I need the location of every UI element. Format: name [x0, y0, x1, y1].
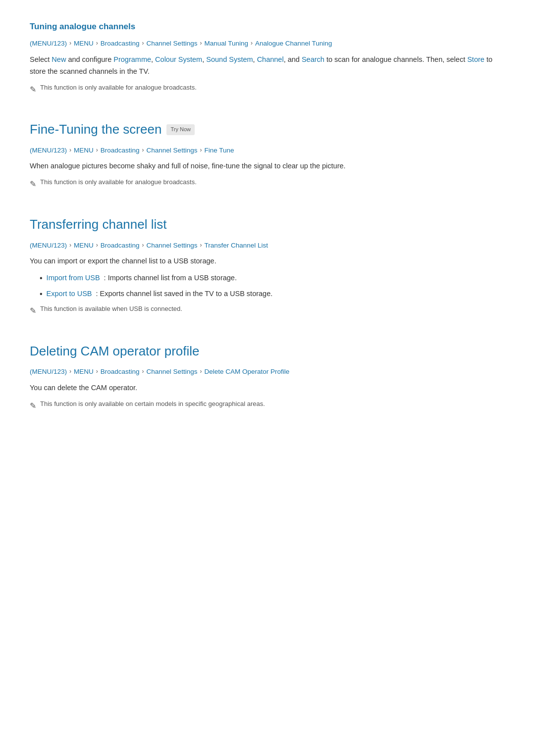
bc-broadcasting-fine[interactable]: Broadcasting [101, 145, 140, 156]
note-text-tuning: This function is only available for anal… [40, 83, 197, 93]
try-now-badge[interactable]: Try Now [166, 124, 195, 135]
bc-sep-3: › [142, 39, 144, 48]
highlight-programme: Programme [113, 55, 151, 63]
bc-menu-cam[interactable]: MENU [74, 366, 94, 377]
bc-sep-4: › [200, 39, 202, 48]
highlight-export-usb: Export to USB [47, 288, 92, 300]
pencil-icon-cam: ✎ [30, 400, 36, 412]
bc-channel-settings-cam[interactable]: Channel Settings [147, 366, 198, 377]
bc-broadcasting-cam[interactable]: Broadcasting [101, 366, 140, 377]
bc-menu123-trans[interactable]: (MENU/123) [30, 240, 67, 251]
bc-channel-settings-tuning[interactable]: Channel Settings [147, 38, 198, 49]
bc-sep-t4: › [200, 241, 202, 250]
section-fine-tuning: Fine-Tuning the screen Try Now (MENU/123… [30, 119, 505, 191]
bc-analogue-channel-tuning[interactable]: Analogue Channel Tuning [255, 38, 332, 49]
title-text-transferring: Transferring channel list [30, 214, 167, 235]
bc-sep-t3: › [142, 241, 144, 250]
highlight-colour-system: Colour System [155, 55, 202, 63]
bc-sep-f1: › [69, 146, 71, 155]
breadcrumb-tuning: (MENU/123) › MENU › Broadcasting › Chann… [30, 38, 505, 49]
export-text: : Exports channel list saved in the TV t… [96, 288, 272, 300]
bc-transfer-channel-list[interactable]: Transfer Channel List [204, 240, 268, 251]
bc-menu123-tuning[interactable]: (MENU/123) [30, 38, 67, 49]
breadcrumb-cam: (MENU/123) › MENU › Broadcasting › Chann… [30, 366, 505, 377]
section-title-tuning: Tuning analogue channels [30, 20, 505, 33]
section-deleting-cam: Deleting CAM operator profile (MENU/123)… [30, 341, 505, 412]
bc-menu-trans[interactable]: MENU [74, 240, 94, 251]
bc-fine-tune[interactable]: Fine Tune [204, 145, 234, 156]
body-fine-tuning: When analogue pictures become shaky and … [30, 160, 505, 172]
bc-sep-f4: › [200, 146, 202, 155]
section-title-transferring: Transferring channel list [30, 214, 505, 235]
bc-sep-c3: › [142, 367, 144, 376]
bc-sep-f3: › [142, 146, 144, 155]
highlight-store: Store [467, 55, 484, 63]
bc-menu123-fine[interactable]: (MENU/123) [30, 145, 67, 156]
body-tuning: Select New and configure Programme, Colo… [30, 54, 505, 78]
bc-channel-settings-trans[interactable]: Channel Settings [147, 240, 198, 251]
pencil-icon-tuning: ✎ [30, 83, 36, 96]
pencil-icon-fine: ✎ [30, 178, 36, 191]
bc-sep-5: › [251, 39, 253, 48]
title-text-cam: Deleting CAM operator profile [30, 341, 200, 362]
bc-broadcasting-trans[interactable]: Broadcasting [101, 240, 140, 251]
bc-menu-tuning[interactable]: MENU [74, 38, 94, 49]
list-item-export: Export to USB: Exports channel list save… [40, 288, 505, 300]
highlight-search: Search [302, 55, 324, 63]
bc-sep-c4: › [200, 367, 202, 376]
section-title-cam: Deleting CAM operator profile [30, 341, 505, 362]
note-tuning: ✎ This function is only available for an… [30, 83, 505, 96]
breadcrumb-transferring: (MENU/123) › MENU › Broadcasting › Chann… [30, 240, 505, 251]
bc-sep-2: › [96, 39, 98, 48]
bullet-list-transferring: Import from USB: Imports channel list fr… [40, 272, 505, 300]
breadcrumb-fine-tuning: (MENU/123) › MENU › Broadcasting › Chann… [30, 145, 505, 156]
note-cam: ✎ This function is only available on cer… [30, 399, 505, 412]
section-tuning-analogue: Tuning analogue channels (MENU/123) › ME… [30, 20, 505, 96]
section-title-fine-tuning: Fine-Tuning the screen Try Now [30, 119, 505, 140]
bc-sep-c1: › [69, 367, 71, 376]
note-fine-tuning: ✎ This function is only available for an… [30, 177, 505, 191]
section-transferring: Transferring channel list (MENU/123) › M… [30, 214, 505, 317]
note-text-trans: This function is available when USB is c… [40, 304, 182, 314]
note-transferring: ✎ This function is available when USB is… [30, 304, 505, 317]
bc-sep-f2: › [96, 146, 98, 155]
bc-menu123-cam[interactable]: (MENU/123) [30, 366, 67, 377]
bc-manual-tuning[interactable]: Manual Tuning [204, 38, 248, 49]
import-text: : Imports channel list from a USB storag… [104, 272, 237, 284]
body-cam: You can delete the CAM operator. [30, 382, 505, 394]
note-text-cam: This function is only available on certa… [40, 399, 265, 409]
highlight-import-usb: Import from USB [47, 272, 100, 284]
bc-delete-cam-profile[interactable]: Delete CAM Operator Profile [204, 366, 289, 377]
list-item-import: Import from USB: Imports channel list fr… [40, 272, 505, 284]
pencil-icon-trans: ✎ [30, 304, 36, 317]
bc-sep-1: › [69, 39, 71, 48]
note-text-fine: This function is only available for anal… [40, 177, 197, 188]
bc-sep-c2: › [96, 367, 98, 376]
bc-channel-settings-fine[interactable]: Channel Settings [147, 145, 198, 156]
bc-menu-fine[interactable]: MENU [74, 145, 94, 156]
highlight-channel: Channel [257, 55, 284, 63]
body-transferring: You can import or export the channel lis… [30, 255, 505, 267]
bc-broadcasting-tuning[interactable]: Broadcasting [101, 38, 140, 49]
highlight-new: New [52, 55, 66, 63]
bc-sep-t2: › [96, 241, 98, 250]
bc-sep-t1: › [69, 241, 71, 250]
highlight-sound-system: Sound System [206, 55, 253, 63]
title-text-fine-tuning: Fine-Tuning the screen [30, 119, 161, 140]
